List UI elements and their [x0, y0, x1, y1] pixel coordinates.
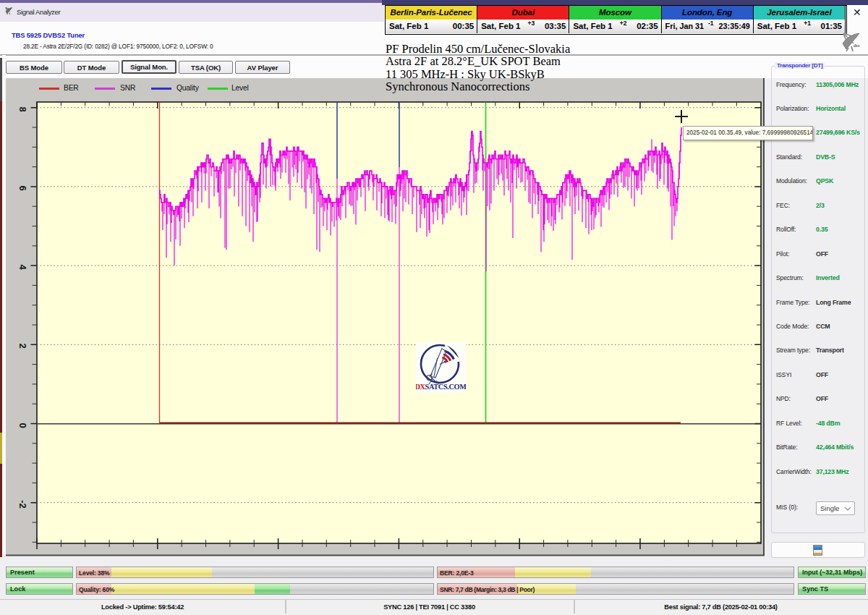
svg-text:8: 8: [17, 106, 28, 111]
svg-text:-2: -2: [17, 500, 28, 509]
svg-text:6: 6: [17, 185, 28, 190]
svg-text:4: 4: [17, 264, 28, 270]
svg-text:dxs: dxs: [854, 43, 860, 48]
svg-text:0: 0: [17, 423, 28, 428]
svg-text:2: 2: [17, 343, 28, 348]
svg-text:DXSATCS.COM: DXSATCS.COM: [416, 383, 466, 391]
